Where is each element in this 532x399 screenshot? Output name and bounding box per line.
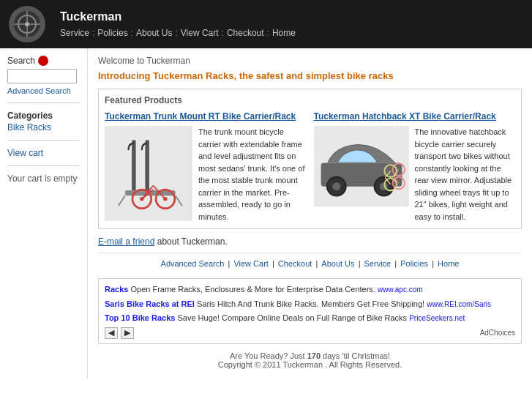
categories-heading: Categories (7, 111, 80, 121)
product1-content: The trunk mount bicycle carrier with ext… (105, 126, 307, 223)
page-layout: Search Advanced Search Categories Bike R… (0, 48, 532, 379)
svg-line-16 (176, 195, 182, 206)
product1-image (105, 126, 192, 221)
page-footer: Are You Ready? Just 170 days 'til Christ… (98, 348, 522, 372)
products-grid: Tuckerman Trunk Mount RT Bike Carrier/Ra… (105, 111, 515, 223)
footer-nav-home[interactable]: Home (438, 259, 459, 268)
nav-sep: : (267, 28, 269, 38)
site-logo[interactable] (9, 6, 45, 42)
ad-next-button[interactable]: ▶ (121, 327, 134, 339)
search-input[interactable] (7, 69, 77, 83)
product2-content: The innovative hatchback bicycle carrier… (314, 126, 516, 223)
nav-sep: : (222, 28, 224, 38)
ad-row-2: Saris Bike Racks at REI Saris Hitch And … (105, 298, 515, 310)
email-friend: E-mail a friend about Tuckerman. (98, 236, 522, 247)
footer-nav-policies[interactable]: Policies (400, 259, 428, 268)
copyright-text: Copyright © 2011 Tuckerman . All Rights … (101, 360, 519, 369)
email-friend-link[interactable]: E-mail a friend (98, 236, 154, 247)
sidebar-item-bike-racks[interactable]: Bike Racks (7, 122, 80, 133)
intro-headline: Introducing Tuckerman Racks, the safest … (98, 70, 522, 81)
view-cart-link[interactable]: View cart (7, 148, 80, 158)
ad-nav: ◀ ▶ AdChoices (105, 327, 515, 339)
advanced-search-link[interactable]: Advanced Search (7, 86, 80, 95)
site-title: Tuckerman (60, 10, 296, 23)
footer-sep: | (432, 259, 436, 268)
nav-viewcart[interactable]: View Cart (181, 28, 219, 38)
nav-service[interactable]: Service (60, 28, 89, 38)
email-friend-suffix: about Tuckerman. (157, 236, 228, 247)
ad3-text: Save Huge! Compare Online Deals on Full … (177, 313, 407, 322)
sidebar-divider2 (7, 140, 80, 141)
footer-sep: | (359, 259, 363, 268)
product2-image (314, 126, 409, 206)
nav-checkout[interactable]: Checkout (227, 28, 264, 38)
footer-nav: Advanced Search | View Cart | Checkout |… (98, 253, 522, 274)
ad2-link[interactable]: www.REI.com/Saris (427, 300, 491, 308)
product1-desc: The trunk mount bicycle carrier with ext… (198, 126, 307, 223)
footer-nav-service[interactable]: Service (364, 259, 391, 268)
search-label: Search (7, 56, 80, 66)
product1-col: Tuckerman Trunk Mount RT Bike Carrier/Ra… (105, 111, 307, 223)
welcome-text: Welcome to Tuckerman (98, 56, 522, 66)
nav-sep: : (92, 28, 94, 38)
product2-link[interactable]: Tuckerman Hatchback XT Bike Carrier/Rack (314, 111, 516, 122)
footer-sep: | (394, 259, 399, 268)
nav-sep: : (175, 28, 177, 38)
sidebar-divider (7, 102, 80, 103)
footer-nav-advanced-search[interactable]: Advanced Search (161, 259, 225, 268)
ad-row-3: Top 10 Bike Racks Save Huge! Compare Onl… (105, 312, 515, 324)
adchoices-label[interactable]: AdChoices (480, 329, 515, 337)
ad2-text: Saris Hitch And Trunk Bike Racks. Member… (197, 299, 424, 308)
footer-nav-view-cart[interactable]: View Cart (233, 259, 268, 268)
nav-sep: : (131, 28, 133, 38)
ad1-text: Open Frame Racks, Enclosures & More for … (130, 285, 375, 294)
sidebar-divider3 (7, 165, 80, 166)
ad2-bold: Saris Bike Racks at REI (105, 299, 195, 308)
footer-sep: | (228, 259, 232, 268)
ad1-link[interactable]: www.apc.com (378, 286, 423, 294)
ad3-bold: Top 10 Bike Racks (105, 313, 175, 322)
main-content: Welcome to Tuckerman Introducing Tuckerm… (88, 48, 532, 379)
cart-empty-text: Your cart is empty (7, 174, 80, 184)
christmas-prefix: Are You Ready? Just (230, 351, 307, 360)
nav-about[interactable]: About Us (136, 28, 172, 38)
header-content: Tuckerman Service : Policies : About Us … (60, 10, 296, 38)
footer-sep: | (315, 259, 320, 268)
search-icon (38, 56, 48, 66)
ad3-link[interactable]: PriceSeekers.net (409, 314, 465, 322)
ad-section: Racks Open Frame Racks, Enclosures & Mor… (98, 278, 522, 344)
ad-prev-button[interactable]: ◀ (105, 327, 118, 339)
main-nav: Service : Policies : About Us : View Car… (60, 28, 296, 38)
nav-policies[interactable]: Policies (97, 28, 127, 38)
svg-point-19 (332, 182, 340, 190)
christmas-number: 170 (307, 351, 321, 360)
featured-title: Featured Products (105, 95, 515, 105)
christmas-suffix: days 'til Christmas! (321, 351, 390, 360)
footer-nav-about[interactable]: About Us (321, 259, 354, 268)
ad1-bold: Racks (105, 285, 128, 294)
svg-line-15 (119, 195, 125, 206)
header: Tuckerman Service : Policies : About Us … (0, 0, 532, 48)
footer-sep: | (272, 259, 277, 268)
search-label-text: Search (7, 56, 35, 66)
footer-nav-checkout[interactable]: Checkout (278, 259, 312, 268)
featured-products-box: Featured Products Tuckerman Trunk Mount … (98, 89, 522, 229)
ad-row-1: Racks Open Frame Racks, Enclosures & Mor… (105, 283, 515, 296)
sidebar: Search Advanced Search Categories Bike R… (0, 48, 88, 379)
product2-col: Tuckerman Hatchback XT Bike Carrier/Rack (314, 111, 516, 223)
product1-link[interactable]: Tuckerman Trunk Mount RT Bike Carrier/Ra… (105, 111, 307, 122)
product2-desc: The innovative hatchback bicycle carrier… (415, 126, 516, 223)
christmas-line: Are You Ready? Just 170 days 'til Christ… (101, 351, 519, 360)
svg-rect-5 (132, 140, 136, 193)
nav-home[interactable]: Home (272, 28, 296, 38)
svg-point-4 (25, 22, 29, 26)
svg-rect-6 (145, 140, 149, 193)
